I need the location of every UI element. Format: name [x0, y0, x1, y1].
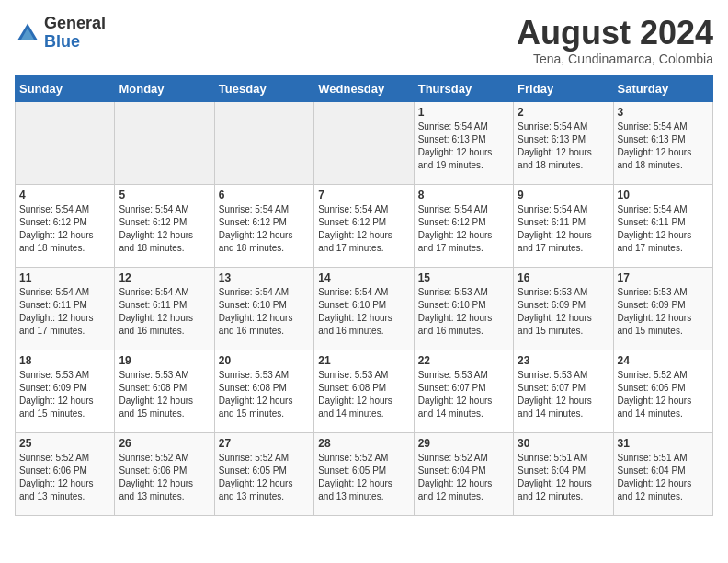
day-number: 8	[418, 189, 509, 201]
calendar-cell: 7Sunrise: 5:54 AM Sunset: 6:12 PM Daylig…	[314, 184, 414, 267]
calendar-cell: 6Sunrise: 5:54 AM Sunset: 6:12 PM Daylig…	[214, 184, 313, 267]
calendar-cell: 22Sunrise: 5:53 AM Sunset: 6:07 PM Dayli…	[414, 350, 513, 432]
logo-text: General Blue	[44, 15, 106, 52]
day-info: Sunrise: 5:54 AM Sunset: 6:10 PM Dayligh…	[318, 286, 409, 338]
day-number: 11	[19, 271, 110, 284]
calendar-cell: 17Sunrise: 5:53 AM Sunset: 6:09 PM Dayli…	[613, 267, 712, 350]
calendar-cell: 3Sunrise: 5:54 AM Sunset: 6:13 PM Daylig…	[613, 101, 712, 184]
day-info: Sunrise: 5:53 AM Sunset: 6:08 PM Dayligh…	[219, 369, 310, 420]
day-number: 9	[518, 189, 609, 201]
calendar-week-3: 11Sunrise: 5:54 AM Sunset: 6:11 PM Dayli…	[16, 267, 713, 350]
day-info: Sunrise: 5:52 AM Sunset: 6:04 PM Dayligh…	[418, 452, 509, 503]
calendar-cell: 13Sunrise: 5:54 AM Sunset: 6:10 PM Dayli…	[214, 267, 313, 350]
day-info: Sunrise: 5:54 AM Sunset: 6:11 PM Dayligh…	[618, 203, 709, 255]
calendar-cell: 8Sunrise: 5:54 AM Sunset: 6:12 PM Daylig…	[414, 184, 513, 267]
day-number: 12	[119, 271, 210, 284]
calendar-cell: 25Sunrise: 5:52 AM Sunset: 6:06 PM Dayli…	[16, 432, 115, 515]
title-section: August 2024 Tena, Cundinamarca, Colombia	[517, 15, 713, 66]
day-number: 13	[219, 271, 310, 284]
day-number: 15	[418, 271, 509, 284]
day-info: Sunrise: 5:54 AM Sunset: 6:12 PM Dayligh…	[318, 203, 409, 255]
day-info: Sunrise: 5:54 AM Sunset: 6:12 PM Dayligh…	[418, 203, 509, 255]
day-info: Sunrise: 5:53 AM Sunset: 6:09 PM Dayligh…	[19, 369, 110, 420]
calendar-cell: 11Sunrise: 5:54 AM Sunset: 6:11 PM Dayli…	[16, 267, 115, 350]
col-monday: Monday	[115, 75, 214, 101]
day-info: Sunrise: 5:53 AM Sunset: 6:07 PM Dayligh…	[418, 369, 509, 420]
col-saturday: Saturday	[613, 75, 712, 101]
calendar-cell: 21Sunrise: 5:53 AM Sunset: 6:08 PM Dayli…	[314, 350, 414, 432]
calendar-week-2: 4Sunrise: 5:54 AM Sunset: 6:12 PM Daylig…	[16, 184, 713, 267]
calendar-cell: 29Sunrise: 5:52 AM Sunset: 6:04 PM Dayli…	[414, 432, 513, 515]
day-info: Sunrise: 5:54 AM Sunset: 6:13 PM Dayligh…	[418, 121, 509, 172]
day-number: 16	[518, 271, 609, 284]
calendar-cell: 24Sunrise: 5:52 AM Sunset: 6:06 PM Dayli…	[613, 350, 712, 432]
day-info: Sunrise: 5:53 AM Sunset: 6:08 PM Dayligh…	[119, 369, 210, 420]
day-info: Sunrise: 5:53 AM Sunset: 6:09 PM Dayligh…	[618, 286, 709, 338]
calendar-cell: 12Sunrise: 5:54 AM Sunset: 6:11 PM Dayli…	[115, 267, 214, 350]
day-info: Sunrise: 5:54 AM Sunset: 6:12 PM Dayligh…	[19, 203, 110, 255]
day-info: Sunrise: 5:54 AM Sunset: 6:10 PM Dayligh…	[219, 286, 310, 338]
calendar-cell: 27Sunrise: 5:52 AM Sunset: 6:05 PM Dayli…	[214, 432, 313, 515]
day-number: 20	[219, 354, 310, 367]
day-number: 26	[119, 437, 210, 450]
day-info: Sunrise: 5:52 AM Sunset: 6:05 PM Dayligh…	[219, 452, 310, 503]
calendar-cell: 23Sunrise: 5:53 AM Sunset: 6:07 PM Dayli…	[514, 350, 613, 432]
day-info: Sunrise: 5:54 AM Sunset: 6:12 PM Dayligh…	[219, 203, 310, 255]
calendar-week-1: 1Sunrise: 5:54 AM Sunset: 6:13 PM Daylig…	[16, 101, 713, 184]
day-number: 19	[119, 354, 210, 367]
calendar-cell: 19Sunrise: 5:53 AM Sunset: 6:08 PM Dayli…	[115, 350, 214, 432]
day-info: Sunrise: 5:54 AM Sunset: 6:11 PM Dayligh…	[19, 286, 110, 338]
day-info: Sunrise: 5:54 AM Sunset: 6:13 PM Dayligh…	[618, 121, 709, 172]
day-number: 27	[219, 437, 310, 450]
calendar-cell: 30Sunrise: 5:51 AM Sunset: 6:04 PM Dayli…	[514, 432, 613, 515]
day-info: Sunrise: 5:53 AM Sunset: 6:10 PM Dayligh…	[418, 286, 509, 338]
day-info: Sunrise: 5:53 AM Sunset: 6:08 PM Dayligh…	[318, 369, 409, 420]
day-number: 28	[318, 437, 409, 450]
calendar-week-4: 18Sunrise: 5:53 AM Sunset: 6:09 PM Dayli…	[16, 350, 713, 432]
calendar-cell: 10Sunrise: 5:54 AM Sunset: 6:11 PM Dayli…	[613, 184, 712, 267]
day-info: Sunrise: 5:54 AM Sunset: 6:11 PM Dayligh…	[119, 286, 210, 338]
calendar-cell	[16, 101, 115, 184]
col-thursday: Thursday	[414, 75, 513, 101]
day-number: 5	[119, 189, 210, 201]
day-number: 29	[418, 437, 509, 450]
subtitle: Tena, Cundinamarca, Colombia	[517, 52, 713, 66]
day-info: Sunrise: 5:54 AM Sunset: 6:13 PM Dayligh…	[518, 121, 609, 172]
col-wednesday: Wednesday	[314, 75, 414, 101]
calendar-cell: 2Sunrise: 5:54 AM Sunset: 6:13 PM Daylig…	[514, 101, 613, 184]
calendar-cell: 15Sunrise: 5:53 AM Sunset: 6:10 PM Dayli…	[414, 267, 513, 350]
calendar-cell: 31Sunrise: 5:51 AM Sunset: 6:04 PM Dayli…	[613, 432, 712, 515]
logo: General Blue	[15, 15, 106, 52]
main-title: August 2024	[517, 15, 713, 52]
calendar-cell: 20Sunrise: 5:53 AM Sunset: 6:08 PM Dayli…	[214, 350, 313, 432]
calendar-body: 1Sunrise: 5:54 AM Sunset: 6:13 PM Daylig…	[16, 101, 713, 515]
calendar-header: Sunday Monday Tuesday Wednesday Thursday…	[16, 75, 713, 101]
day-info: Sunrise: 5:54 AM Sunset: 6:12 PM Dayligh…	[119, 203, 210, 255]
col-tuesday: Tuesday	[214, 75, 313, 101]
day-info: Sunrise: 5:51 AM Sunset: 6:04 PM Dayligh…	[518, 452, 609, 503]
calendar-cell	[314, 101, 414, 184]
col-sunday: Sunday	[16, 75, 115, 101]
day-info: Sunrise: 5:54 AM Sunset: 6:11 PM Dayligh…	[518, 203, 609, 255]
day-info: Sunrise: 5:52 AM Sunset: 6:05 PM Dayligh…	[318, 452, 409, 503]
day-number: 14	[318, 271, 409, 284]
day-info: Sunrise: 5:52 AM Sunset: 6:06 PM Dayligh…	[19, 452, 110, 503]
day-number: 2	[518, 106, 609, 119]
day-number: 17	[618, 271, 709, 284]
header-row: Sunday Monday Tuesday Wednesday Thursday…	[16, 75, 713, 101]
calendar-cell	[214, 101, 313, 184]
day-number: 25	[19, 437, 110, 450]
day-number: 1	[418, 106, 509, 119]
calendar-cell	[115, 101, 214, 184]
calendar-cell: 18Sunrise: 5:53 AM Sunset: 6:09 PM Dayli…	[16, 350, 115, 432]
calendar-cell: 9Sunrise: 5:54 AM Sunset: 6:11 PM Daylig…	[514, 184, 613, 267]
day-number: 23	[518, 354, 609, 367]
col-friday: Friday	[514, 75, 613, 101]
day-number: 6	[219, 189, 310, 201]
day-number: 24	[618, 354, 709, 367]
calendar-week-5: 25Sunrise: 5:52 AM Sunset: 6:06 PM Dayli…	[16, 432, 713, 515]
calendar-cell: 14Sunrise: 5:54 AM Sunset: 6:10 PM Dayli…	[314, 267, 414, 350]
page-header: General Blue August 2024 Tena, Cundinama…	[15, 15, 713, 66]
calendar-cell: 28Sunrise: 5:52 AM Sunset: 6:05 PM Dayli…	[314, 432, 414, 515]
day-number: 30	[518, 437, 609, 450]
